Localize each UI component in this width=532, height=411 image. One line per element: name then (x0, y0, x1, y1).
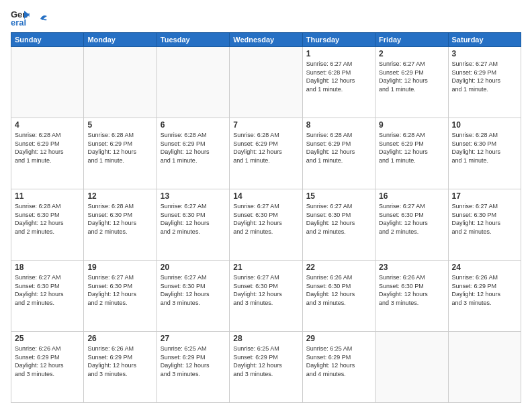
calendar-cell (157, 47, 229, 118)
calendar-cell: 14Sunrise: 6:27 AM Sunset: 6:30 PM Dayli… (230, 189, 302, 261)
page: Gen eral SundayMondayTuesd (0, 0, 532, 411)
calendar-cell: 9Sunrise: 6:28 AM Sunset: 6:29 PM Daylig… (375, 118, 448, 189)
calendar-cell: 27Sunrise: 6:25 AM Sunset: 6:29 PM Dayli… (157, 332, 229, 403)
calendar-cell: 28Sunrise: 6:25 AM Sunset: 6:29 PM Dayli… (230, 332, 302, 403)
day-number: 1 (306, 49, 371, 58)
day-info: Sunrise: 6:26 AM Sunset: 6:29 PM Dayligh… (87, 345, 152, 378)
week-row-4: 18Sunrise: 6:27 AM Sunset: 6:30 PM Dayli… (11, 261, 521, 332)
day-number: 14 (233, 191, 298, 201)
calendar-cell: 29Sunrise: 6:25 AM Sunset: 6:29 PM Dayli… (302, 332, 375, 403)
day-number: 20 (161, 263, 226, 272)
week-row-1: 1Sunrise: 6:27 AM Sunset: 6:28 PM Daylig… (11, 47, 521, 118)
day-info: Sunrise: 6:28 AM Sunset: 6:29 PM Dayligh… (161, 131, 226, 165)
calendar-cell: 23Sunrise: 6:26 AM Sunset: 6:30 PM Dayli… (375, 261, 448, 332)
day-info: Sunrise: 6:27 AM Sunset: 6:30 PM Dayligh… (15, 273, 80, 307)
day-number: 23 (379, 263, 444, 272)
day-number: 5 (87, 120, 152, 130)
calendar-cell: 8Sunrise: 6:28 AM Sunset: 6:29 PM Daylig… (302, 118, 375, 189)
calendar-header-saturday: Saturday (448, 33, 521, 47)
day-info: Sunrise: 6:28 AM Sunset: 6:29 PM Dayligh… (87, 131, 152, 165)
day-info: Sunrise: 6:28 AM Sunset: 6:30 PM Dayligh… (452, 131, 517, 165)
day-info: Sunrise: 6:26 AM Sunset: 6:29 PM Dayligh… (452, 273, 517, 307)
calendar-cell: 5Sunrise: 6:28 AM Sunset: 6:29 PM Daylig… (84, 118, 157, 189)
day-number: 3 (452, 49, 517, 58)
day-number: 2 (379, 49, 444, 58)
day-number: 11 (15, 191, 80, 201)
day-number: 17 (452, 191, 517, 201)
day-number: 12 (87, 191, 152, 201)
day-info: Sunrise: 6:26 AM Sunset: 6:29 PM Dayligh… (15, 345, 80, 378)
day-info: Sunrise: 6:27 AM Sunset: 6:29 PM Dayligh… (452, 60, 517, 93)
calendar-cell (448, 332, 521, 403)
day-info: Sunrise: 6:27 AM Sunset: 6:30 PM Dayligh… (161, 202, 226, 236)
calendar-cell: 15Sunrise: 6:27 AM Sunset: 6:30 PM Dayli… (302, 189, 375, 261)
day-info: Sunrise: 6:27 AM Sunset: 6:30 PM Dayligh… (233, 202, 298, 236)
day-number: 18 (15, 263, 80, 272)
week-row-2: 4Sunrise: 6:28 AM Sunset: 6:29 PM Daylig… (11, 118, 521, 189)
logo-icon: Gen eral (11, 8, 30, 27)
calendar-cell (11, 47, 84, 118)
day-number: 22 (306, 263, 371, 272)
day-info: Sunrise: 6:27 AM Sunset: 6:30 PM Dayligh… (379, 202, 444, 236)
calendar-cell: 18Sunrise: 6:27 AM Sunset: 6:30 PM Dayli… (11, 261, 84, 332)
calendar-cell: 2Sunrise: 6:27 AM Sunset: 6:29 PM Daylig… (375, 47, 448, 118)
calendar-header-wednesday: Wednesday (230, 33, 302, 47)
calendar-cell: 7Sunrise: 6:28 AM Sunset: 6:29 PM Daylig… (230, 118, 302, 189)
day-number: 15 (306, 191, 371, 201)
day-number: 27 (161, 334, 226, 343)
day-info: Sunrise: 6:28 AM Sunset: 6:29 PM Dayligh… (15, 131, 80, 165)
day-info: Sunrise: 6:27 AM Sunset: 6:29 PM Dayligh… (379, 60, 444, 93)
day-info: Sunrise: 6:28 AM Sunset: 6:30 PM Dayligh… (87, 202, 152, 236)
day-number: 28 (233, 334, 298, 343)
calendar-cell: 3Sunrise: 6:27 AM Sunset: 6:29 PM Daylig… (448, 47, 521, 118)
day-info: Sunrise: 6:28 AM Sunset: 6:29 PM Dayligh… (306, 131, 371, 165)
calendar-header-tuesday: Tuesday (157, 33, 229, 47)
calendar-cell: 16Sunrise: 6:27 AM Sunset: 6:30 PM Dayli… (375, 189, 448, 261)
calendar-header-friday: Friday (375, 33, 448, 47)
calendar-cell: 10Sunrise: 6:28 AM Sunset: 6:30 PM Dayli… (448, 118, 521, 189)
day-info: Sunrise: 6:26 AM Sunset: 6:30 PM Dayligh… (306, 273, 371, 307)
calendar-cell (375, 332, 448, 403)
week-row-5: 25Sunrise: 6:26 AM Sunset: 6:29 PM Dayli… (11, 332, 521, 403)
calendar-cell: 24Sunrise: 6:26 AM Sunset: 6:29 PM Dayli… (448, 261, 521, 332)
day-number: 4 (15, 120, 80, 130)
day-number: 19 (87, 263, 152, 272)
calendar-cell: 21Sunrise: 6:27 AM Sunset: 6:30 PM Dayli… (230, 261, 302, 332)
day-info: Sunrise: 6:28 AM Sunset: 6:29 PM Dayligh… (379, 131, 444, 165)
week-row-3: 11Sunrise: 6:28 AM Sunset: 6:30 PM Dayli… (11, 189, 521, 261)
day-number: 7 (233, 120, 298, 130)
calendar-header-thursday: Thursday (302, 33, 375, 47)
calendar-cell: 26Sunrise: 6:26 AM Sunset: 6:29 PM Dayli… (84, 332, 157, 403)
calendar-cell: 12Sunrise: 6:28 AM Sunset: 6:30 PM Dayli… (84, 189, 157, 261)
day-number: 13 (161, 191, 226, 201)
calendar-header-monday: Monday (84, 33, 157, 47)
svg-text:eral: eral (11, 17, 26, 27)
day-info: Sunrise: 6:27 AM Sunset: 6:30 PM Dayligh… (233, 273, 298, 307)
day-info: Sunrise: 6:27 AM Sunset: 6:30 PM Dayligh… (87, 273, 152, 307)
day-info: Sunrise: 6:27 AM Sunset: 6:30 PM Dayligh… (306, 202, 371, 236)
day-info: Sunrise: 6:27 AM Sunset: 6:28 PM Dayligh… (306, 60, 371, 93)
calendar-cell: 22Sunrise: 6:26 AM Sunset: 6:30 PM Dayli… (302, 261, 375, 332)
day-number: 24 (452, 263, 517, 272)
calendar-cell (230, 47, 302, 118)
day-number: 25 (15, 334, 80, 343)
calendar-cell: 25Sunrise: 6:26 AM Sunset: 6:29 PM Dayli… (11, 332, 84, 403)
day-number: 26 (87, 334, 152, 343)
day-number: 10 (452, 120, 517, 130)
day-info: Sunrise: 6:25 AM Sunset: 6:29 PM Dayligh… (233, 345, 298, 378)
day-number: 16 (379, 191, 444, 201)
day-info: Sunrise: 6:27 AM Sunset: 6:30 PM Dayligh… (161, 273, 226, 307)
calendar-header-sunday: Sunday (11, 33, 84, 47)
calendar-cell (84, 47, 157, 118)
calendar-cell: 4Sunrise: 6:28 AM Sunset: 6:29 PM Daylig… (11, 118, 84, 189)
day-number: 29 (306, 334, 371, 343)
day-info: Sunrise: 6:26 AM Sunset: 6:30 PM Dayligh… (379, 273, 444, 307)
calendar-cell: 17Sunrise: 6:27 AM Sunset: 6:30 PM Dayli… (448, 189, 521, 261)
calendar-cell: 13Sunrise: 6:27 AM Sunset: 6:30 PM Dayli… (157, 189, 229, 261)
logo: Gen eral (11, 8, 47, 27)
day-info: Sunrise: 6:28 AM Sunset: 6:29 PM Dayligh… (233, 131, 298, 165)
logo-bird (34, 14, 47, 24)
calendar-cell: 6Sunrise: 6:28 AM Sunset: 6:29 PM Daylig… (157, 118, 229, 189)
day-info: Sunrise: 6:25 AM Sunset: 6:29 PM Dayligh… (306, 345, 371, 378)
calendar-cell: 11Sunrise: 6:28 AM Sunset: 6:30 PM Dayli… (11, 189, 84, 261)
